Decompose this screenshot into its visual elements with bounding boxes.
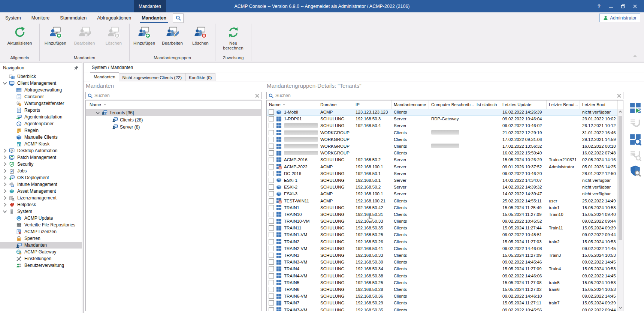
tenants-search-input[interactable]: Suchen	[85, 92, 261, 99]
row-checkbox[interactable]	[269, 171, 274, 176]
pin-icon[interactable]	[74, 66, 79, 70]
table-row[interactable]: ACMP-2016SCHULUNG192.168.50.2Server15.05…	[267, 156, 617, 163]
tab-mandanten[interactable]: Mandanten	[90, 72, 119, 81]
tab-nicht-zugewiesene-clients-22-[interactable]: Nicht zugewiesene Clients (22)	[119, 73, 186, 81]
ribbon-button-recalculate[interactable]: Neu berechnen	[220, 26, 247, 51]
row-checkbox[interactable]	[269, 273, 274, 279]
sidebar-item-abfrageverwaltung[interactable]: Abfrageverwaltung	[0, 87, 82, 93]
row-checkbox[interactable]	[269, 191, 274, 196]
row-checkbox[interactable]	[269, 178, 274, 183]
row-checkbox[interactable]	[269, 246, 274, 251]
table-row[interactable]: TRAIN7-VMSCHULUNG192.168.50.35Clients09.…	[267, 306, 617, 311]
table-row[interactable]: TRAIN2SCHULUNG192.168.50.26Clients15.05.…	[267, 238, 617, 245]
row-checkbox[interactable]	[269, 205, 274, 210]
table-row[interactable]: DC-2016SCHULUNG192.168.50.1Server09.02.2…	[267, 170, 617, 177]
tab-konflikte-0-[interactable]: Konflikte (0)	[185, 73, 215, 81]
row-checkbox[interactable]	[269, 130, 274, 135]
security-scan-button[interactable]	[629, 165, 641, 177]
ribbon-button-group-delete[interactable]: Löschen	[187, 26, 214, 46]
table-row[interactable]: TRAIN3SCHULUNG192.168.50.33Clients15.05.…	[267, 252, 617, 259]
row-checkbox[interactable]	[269, 239, 274, 244]
table-row[interactable]: WORKGROUPClients16.02.2022 15:50:4916.02…	[267, 150, 617, 156]
row-checkbox[interactable]	[269, 266, 274, 271]
sidebar-item-mandanten[interactable]: Mandanten	[0, 242, 82, 249]
ribbon-button-refresh[interactable]: Aktualisieren	[6, 26, 33, 46]
sidebar-item-verteilte-file-repositories[interactable]: Verteilte File Repositories	[0, 222, 82, 228]
menu-tab-mandanten[interactable]: Mandanten	[136, 12, 172, 24]
administrator-button[interactable]: Administrator	[599, 13, 640, 22]
titlebar-app-tab[interactable]: Mandanten	[134, 0, 166, 12]
row-checkbox[interactable]	[269, 294, 274, 299]
menu-tab-system[interactable]: System	[0, 12, 26, 24]
row-checkbox[interactable]	[269, 137, 274, 142]
ribbon-search-button[interactable]	[173, 13, 184, 23]
chevron-right-icon[interactable]	[3, 189, 7, 193]
sidebar-item-acmp-kiosk[interactable]: ACMP Kiosk	[0, 141, 82, 147]
row-checkbox[interactable]	[269, 225, 274, 231]
row-checkbox[interactable]	[269, 232, 274, 237]
run-on-clients-button[interactable]	[629, 102, 641, 114]
table-row[interactable]: TRAIN1-VMSCHULUNG192.168.50.25Clients09.…	[267, 231, 617, 238]
column-header-letzter-benut-[interactable]: Letzter Benut...	[547, 100, 580, 109]
sidebar-item-wartungszeitfenster[interactable]: Wartungszeitfenster	[0, 100, 82, 107]
help-button[interactable]: ?	[593, 0, 605, 12]
row-checkbox[interactable]	[269, 157, 274, 162]
row-checkbox[interactable]	[269, 109, 274, 115]
table-row[interactable]: TRAIN4-VMSCHULUNG192.168.50.38Clients09.…	[267, 273, 617, 279]
restore-button[interactable]	[617, 0, 629, 12]
tree-item-tenants[interactable]: Tenants [36]	[86, 109, 261, 116]
table-row[interactable]: WORKGROUPClients17.02.2022 13:56:3216.02…	[267, 143, 617, 150]
table-row[interactable]: TRAIN6SCHULUNG192.168.50.28Clients15.05.…	[267, 286, 617, 293]
sidebar-item-helpdesk[interactable]: Helpdesk	[0, 201, 82, 208]
table-row[interactable]: TRAIN3-VMSCHULUNG192.168.50.39Clients09.…	[267, 259, 617, 265]
column-header-ip[interactable]: IP	[353, 100, 391, 109]
sidebar-item-überblick[interactable]: Überblick	[0, 73, 82, 80]
column-header-computer-beschreib-[interactable]: Computer Beschreib...	[429, 100, 474, 109]
menu-tab-abfrageaktionen[interactable]: Abfrageaktionen	[92, 12, 136, 24]
row-checkbox[interactable]	[269, 280, 274, 285]
details-search-input[interactable]: Suchen	[266, 92, 623, 99]
scrollbar-thumb[interactable]	[619, 116, 622, 240]
row-checkbox[interactable]	[269, 144, 274, 149]
ribbon-button-group-add[interactable]: Hinzufügen	[131, 26, 158, 46]
table-row[interactable]: TRAIN11SCHULUNG192.168.50.35Clients15.05…	[267, 225, 617, 231]
column-header-letztes-update[interactable]: Letztes Update	[500, 100, 547, 109]
table-row[interactable]: TRAIN2-VMSCHULUNG192.168.50.41Clients09.…	[267, 245, 617, 252]
chevron-right-icon[interactable]	[3, 202, 7, 207]
scroll-up-icon[interactable]	[618, 109, 623, 114]
row-checkbox[interactable]	[269, 287, 274, 292]
row-checkbox[interactable]	[269, 307, 274, 311]
table-row[interactable]: AACMP-2022ACMP192.168.100.1Server09.01.2…	[267, 163, 617, 170]
table-row[interactable]: WORKGROUPClients17.02.2022 09:31:0629.12…	[267, 136, 617, 143]
chevron-right-icon[interactable]	[3, 196, 7, 200]
column-header-letzter-boot[interactable]: Letzter Boot	[580, 100, 618, 109]
sidebar-item-security[interactable]: Security	[0, 161, 82, 168]
sidebar-item-container[interactable]: Container	[0, 93, 82, 100]
chevron-down-icon[interactable]	[3, 209, 7, 214]
clear-search-icon[interactable]	[617, 94, 621, 98]
sidebar-item-lizenzmanagement[interactable]: Lizenzmanagement	[0, 195, 82, 201]
ribbon-button-group-edit[interactable]: Bearbeiten	[159, 26, 186, 46]
close-button[interactable]	[629, 0, 641, 12]
minimize-button[interactable]	[605, 0, 617, 12]
table-row[interactable]: TRAIN1SCHULUNG192.168.50.42Clients15.05.…	[267, 204, 617, 211]
table-row[interactable]: TRAIN5SCHULUNG192.168.50.25Clients15.05.…	[267, 279, 617, 286]
row-checkbox[interactable]	[269, 259, 274, 265]
row-checkbox[interactable]	[269, 253, 274, 258]
chevron-down-icon[interactable]	[96, 111, 100, 115]
table-row[interactable]: TRAIN4SCHULUNG192.168.50.34Clients15.05.…	[267, 265, 617, 272]
tree-item-server-8-[interactable]: Server (8)	[86, 123, 261, 130]
table-row[interactable]: ESXi-3ACMP192.168.100.1Server14.02.2022 …	[267, 190, 617, 197]
column-header-mandantenname[interactable]: Mandantenname	[391, 100, 429, 109]
row-checkbox[interactable]	[269, 164, 274, 169]
row-checkbox[interactable]	[269, 123, 274, 128]
sidebar-item-acmp-gateway[interactable]: ACMP Gateway	[0, 249, 82, 255]
sidebar-item-desktop-automation[interactable]: Desktop Automation	[0, 147, 82, 154]
client-details-button[interactable]	[629, 133, 641, 145]
table-row[interactable]: WORKGROUPClients21.02.2022 12:29:1931.01…	[267, 129, 617, 136]
sidebar-item-reports[interactable]: Reports	[0, 107, 82, 114]
chevron-right-icon[interactable]	[3, 182, 7, 187]
table-row[interactable]: TRAIN10SCHULUNG192.168.50.31Clients15.05…	[267, 211, 617, 218]
row-checkbox[interactable]	[269, 300, 274, 306]
chevron-right-icon[interactable]	[3, 148, 7, 153]
